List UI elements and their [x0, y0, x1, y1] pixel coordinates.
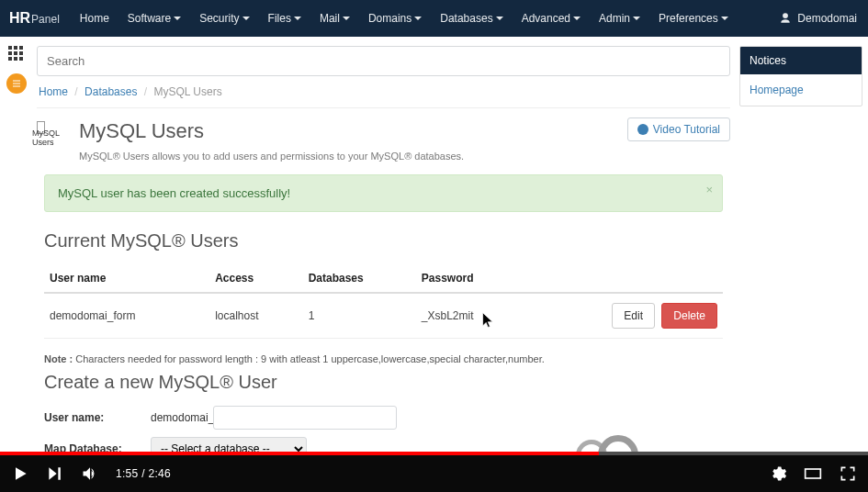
volume-icon — [81, 464, 99, 483]
table-row: demodomai_form localhost 1 _XsbL2mit Edi… — [44, 293, 723, 339]
video-controls: 1:55 / 2:46 — [0, 455, 868, 492]
orange-circle-icon[interactable] — [6, 73, 27, 94]
chevron-down-icon — [496, 17, 503, 20]
next-icon — [46, 464, 64, 483]
play-icon — [11, 464, 29, 483]
nav-preferences[interactable]: Preferences — [651, 0, 736, 37]
create-user-heading: Create a new MySQL® User — [44, 372, 723, 393]
user-icon — [779, 12, 792, 25]
broken-image-icon: MySQL Users — [37, 117, 77, 147]
breadcrumb-current: MySQL Users — [153, 85, 221, 98]
nav-user-menu[interactable]: Demodomai — [779, 12, 857, 25]
nav-home[interactable]: Home — [73, 0, 117, 37]
username-input[interactable] — [213, 406, 397, 430]
chevron-down-icon — [414, 17, 422, 20]
chevron-down-icon — [721, 17, 728, 20]
chevron-down-icon — [573, 17, 581, 20]
nav-admin[interactable]: Admin — [592, 0, 648, 37]
nav-advanced[interactable]: Advanced — [514, 0, 588, 37]
notices-header: Notices — [740, 47, 862, 74]
breadcrumb: Home / Databases / MySQL Users — [39, 85, 728, 98]
chevron-down-icon — [242, 17, 250, 20]
notices-card: Notices Homepage — [739, 46, 862, 106]
chevron-down-icon — [174, 17, 181, 20]
theater-mode-button[interactable] — [804, 464, 822, 483]
current-users-heading: Current MySQL® Users — [44, 230, 723, 252]
settings-button[interactable] — [769, 464, 787, 483]
nav-domains[interactable]: Domains — [361, 0, 429, 37]
edit-button[interactable]: Edit — [612, 303, 655, 329]
nav-user-name: Demodomai — [797, 12, 857, 25]
apps-grid-icon[interactable] — [8, 46, 25, 62]
map-database-select[interactable]: -- Select a database -- — [151, 437, 307, 452]
col-databases: Databases — [303, 264, 416, 293]
play-button[interactable] — [11, 464, 29, 483]
cell-databases: 1 — [303, 293, 416, 339]
fullscreen-button[interactable] — [839, 464, 857, 483]
cell-password: _XsbL2mit — [416, 293, 524, 339]
chevron-down-icon — [343, 17, 350, 20]
play-circle-icon — [637, 124, 648, 135]
theater-icon — [804, 464, 822, 483]
alert-close-icon[interactable]: × — [705, 183, 713, 196]
username-label: User name: — [44, 411, 151, 424]
col-username: User name — [44, 264, 209, 293]
nav-security[interactable]: Security — [192, 0, 256, 37]
username-prefix: demodomai_ — [151, 411, 214, 424]
chevron-down-icon — [294, 17, 301, 20]
volume-button[interactable] — [81, 464, 99, 483]
delete-button[interactable]: Delete — [661, 303, 717, 329]
nav-databases[interactable]: Databases — [433, 0, 510, 37]
page-title: MySQL Users — [79, 119, 204, 143]
brand-bold: HR — [9, 10, 30, 27]
map-database-label: Map Database: — [44, 442, 151, 452]
watermark-logo: Unlimited — [576, 435, 638, 452]
chevron-down-icon — [633, 17, 640, 20]
gear-icon — [769, 464, 787, 483]
nav-files[interactable]: Files — [261, 0, 309, 37]
cell-username: demodomai_form — [44, 293, 209, 339]
users-table: User name Access Databases Password demo… — [44, 264, 723, 339]
next-button[interactable] — [46, 464, 64, 483]
col-password: Password — [416, 264, 524, 293]
page-subtitle: MySQL® Users allows you to add users and… — [79, 151, 730, 162]
video-tutorial-button[interactable]: Video Tutorial — [627, 117, 730, 141]
nav-software[interactable]: Software — [120, 0, 188, 37]
left-rail — [0, 37, 33, 452]
breadcrumb-home[interactable]: Home — [39, 85, 68, 98]
nav-mail[interactable]: Mail — [312, 0, 357, 37]
col-access: Access — [209, 264, 303, 293]
fullscreen-icon — [839, 464, 857, 483]
brand-rest: Panel — [31, 13, 60, 26]
password-note: Note : Characters needed for password le… — [44, 353, 723, 364]
brand-logo[interactable]: HR Panel — [9, 10, 60, 27]
breadcrumb-databases[interactable]: Databases — [85, 85, 137, 98]
search-input[interactable] — [37, 46, 730, 76]
cell-access: localhost — [209, 293, 303, 339]
homepage-link[interactable]: Homepage — [750, 84, 804, 96]
success-alert: MySQL user has been created successfully… — [44, 174, 723, 212]
video-time: 1:55 / 2:46 — [116, 467, 171, 480]
top-nav: HR Panel Home Software Security Files Ma… — [0, 0, 868, 37]
svg-rect-0 — [806, 469, 821, 478]
